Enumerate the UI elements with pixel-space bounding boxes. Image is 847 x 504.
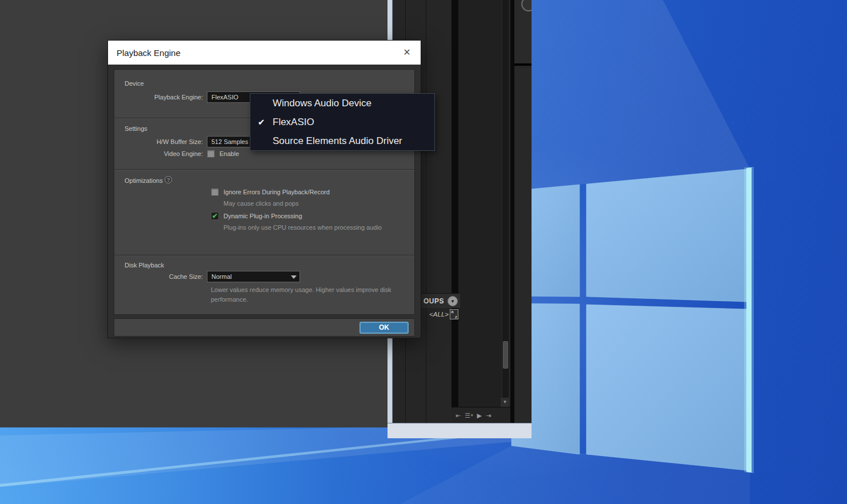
menu-item-source-elements[interactable]: Source Elements Audio Driver <box>250 131 434 150</box>
device-heading: Device <box>125 80 144 87</box>
menu-item-label: FlexASIO <box>273 117 314 128</box>
caret-down-icon: ▾ <box>471 413 473 417</box>
track-divider <box>426 0 426 423</box>
sort-a-glyph: a <box>451 309 453 314</box>
close-button[interactable]: ✕ <box>393 41 421 65</box>
scroll-to-start-button[interactable]: ⇤ <box>456 411 461 419</box>
menu-item-flexasio[interactable]: ✔ FlexASIO <box>250 113 434 131</box>
panel-divider <box>452 0 458 423</box>
side-panel <box>514 0 532 66</box>
side-panel <box>514 68 532 423</box>
edit-bottom-toolbar: ⇤ ☰▾ ▶ ⇥ <box>452 407 510 423</box>
menu-item-label: Windows Audio Device <box>273 98 371 109</box>
optimizations-heading: Optimizations <box>125 177 163 184</box>
dynamic-plugin-checkbox[interactable]: ✔ <box>211 212 219 220</box>
playback-engine-label: Playback Engine: <box>114 94 207 101</box>
sort-z-glyph: z <box>455 314 457 319</box>
window-bottom-border <box>387 423 532 438</box>
cache-size-note: Lower values reduce memory usage. Higher… <box>211 285 411 305</box>
scroll-down-button[interactable]: ▼ <box>501 398 509 407</box>
ignore-errors-note: May cause clicks and pops <box>223 200 298 207</box>
cache-size-label: Cache Size: <box>114 273 207 280</box>
tracks-area <box>458 0 502 423</box>
dynamic-plugin-note: Plug-ins only use CPU resources when pro… <box>223 224 382 231</box>
vertical-scrollbar[interactable] <box>502 0 509 407</box>
scrollbar-thumb[interactable] <box>503 341 508 369</box>
ignore-errors-label: Ignore Errors During Playback/Record <box>223 189 330 195</box>
cache-size-dropdown[interactable]: Normal <box>207 271 300 282</box>
dynamic-plugin-label: Dynamic Plug-in Processing <box>223 213 302 219</box>
dialog-footer: OK <box>114 318 415 337</box>
video-engine-label: Video Engine: <box>114 150 207 157</box>
groups-menu-button[interactable]: ▼ <box>448 296 458 306</box>
dialog-title: Playback Engine <box>108 48 393 58</box>
video-engine-checkbox[interactable] <box>207 150 215 158</box>
dropdown-arrow-icon <box>291 275 297 279</box>
sort-az-icon[interactable]: a z <box>450 309 458 319</box>
panel-divider <box>510 0 514 423</box>
cache-size-value: Normal <box>211 273 231 280</box>
view-list-menu-button[interactable]: ☰▾ <box>465 411 473 419</box>
scroll-to-end-button[interactable]: ⇥ <box>486 411 491 419</box>
playback-engine-dialog: Playback Engine ✕ Device Playback Engine… <box>107 40 421 338</box>
optimizations-section: Optimizations ? Ignore Errors During Pla… <box>114 170 414 255</box>
engine-popup-menu: Windows Audio Device ✔ FlexASIO Source E… <box>250 93 435 151</box>
settings-heading: Settings <box>125 125 147 132</box>
group-all-item[interactable]: <ALL> <box>429 311 449 318</box>
play-icon-button[interactable]: ▶ <box>477 411 482 419</box>
dialog-titlebar[interactable]: Playback Engine ✕ <box>108 41 421 65</box>
ignore-errors-checkbox[interactable] <box>211 188 219 196</box>
groups-header-label: OUPS <box>424 297 444 305</box>
close-icon: ✕ <box>403 47 410 57</box>
disk-playback-section: Disk Playback Cache Size: Normal Lower v… <box>114 256 414 315</box>
list-icon: ☰ <box>465 412 470 419</box>
disk-playback-heading: Disk Playback <box>125 262 164 269</box>
knob-icon <box>521 0 532 11</box>
menu-item-label: Source Elements Audio Driver <box>273 135 402 147</box>
buffer-size-label: H/W Buffer Size: <box>114 138 207 145</box>
check-icon: ✔ <box>250 117 273 127</box>
video-engine-option-label: Enable <box>219 150 239 157</box>
menu-item-windows-audio-device[interactable]: Windows Audio Device <box>250 94 434 113</box>
ok-button[interactable]: OK <box>359 322 409 334</box>
help-icon[interactable]: ? <box>165 176 172 183</box>
